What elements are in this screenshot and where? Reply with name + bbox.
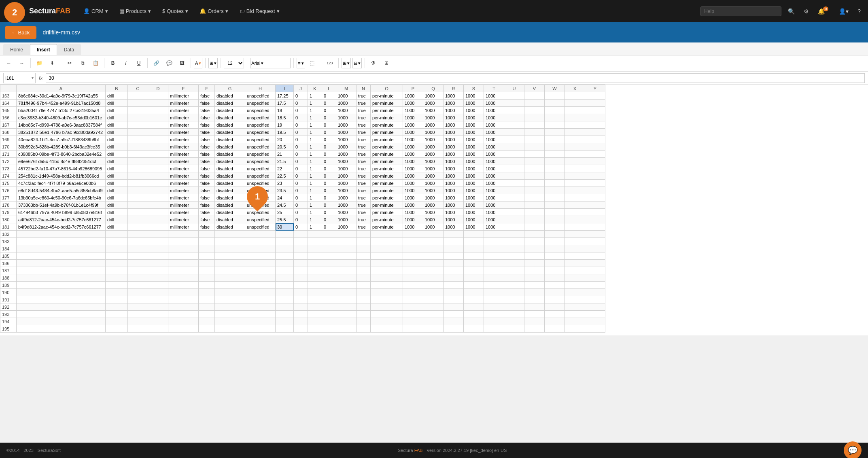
cell-I180[interactable]: 25.5 — [276, 216, 294, 223]
cell-C172[interactable] — [128, 158, 148, 165]
cell-Y186[interactable] — [585, 260, 605, 267]
cell-H172[interactable]: unspecified — [245, 158, 276, 165]
cell-P187[interactable] — [403, 267, 423, 274]
cell-X172[interactable] — [565, 158, 585, 165]
cell-Y170[interactable] — [585, 143, 605, 151]
cell-N171[interactable]: true — [357, 151, 371, 158]
cell-O195[interactable] — [371, 325, 403, 333]
cell-Q180[interactable]: 1000 — [423, 216, 444, 223]
cell-T185[interactable] — [484, 252, 504, 260]
cell-X186[interactable] — [565, 260, 585, 267]
cell-V175[interactable] — [524, 180, 545, 187]
cell-A190[interactable] — [17, 289, 106, 296]
cell-C167[interactable] — [128, 121, 148, 129]
cell-O176[interactable]: per-minute — [371, 187, 403, 194]
cell-O178[interactable]: per-minute — [371, 201, 403, 209]
cell-D189[interactable] — [148, 282, 168, 289]
ribbon-grid-btn[interactable]: ⊞ — [381, 57, 392, 69]
cell-S194[interactable] — [464, 318, 484, 325]
cell-C175[interactable] — [128, 180, 148, 187]
cell-L192[interactable] — [322, 303, 336, 311]
cell-L166[interactable]: 0 — [322, 114, 336, 121]
col-header-E[interactable]: E — [168, 85, 199, 92]
cell-E183[interactable] — [168, 238, 199, 245]
cell-B174[interactable]: drill — [106, 172, 128, 180]
cell-I195[interactable] — [276, 325, 294, 333]
cell-P177[interactable]: 1000 — [403, 194, 423, 201]
font-family-dropdown[interactable]: Arial ▾ — [250, 58, 291, 68]
cell-A168[interactable]: 38251872-58e1-4796-b7ac-9cd80da92742 — [17, 129, 106, 136]
cell-V185[interactable] — [524, 252, 545, 260]
cell-L182[interactable] — [322, 231, 336, 238]
cell-C170[interactable] — [128, 143, 148, 151]
cell-X174[interactable] — [565, 172, 585, 180]
cell-D190[interactable] — [148, 289, 168, 296]
cell-J177[interactable]: 0 — [294, 194, 308, 201]
cell-X192[interactable] — [565, 303, 585, 311]
cell-B178[interactable]: drill — [106, 201, 128, 209]
cell-I192[interactable] — [276, 303, 294, 311]
cell-J184[interactable] — [294, 245, 308, 252]
cell-Q192[interactable] — [423, 303, 444, 311]
cell-H187[interactable] — [245, 267, 276, 274]
cell-S180[interactable]: 1000 — [464, 216, 484, 223]
cell-Y195[interactable] — [585, 325, 605, 333]
cell-O191[interactable] — [371, 296, 403, 303]
cell-Q181[interactable]: 1000 — [423, 223, 444, 231]
cell-A169[interactable]: 40eba824-1bf1-4cc7-a9c7-f1883438b8bf — [17, 136, 106, 143]
cell-N186[interactable] — [357, 260, 371, 267]
cell-T183[interactable] — [484, 238, 504, 245]
cell-D182[interactable] — [148, 231, 168, 238]
cell-Y193[interactable] — [585, 311, 605, 318]
cell-F171[interactable]: false — [199, 151, 215, 158]
cell-P173[interactable]: 1000 — [403, 165, 423, 172]
cell-O167[interactable]: per-minute — [371, 121, 403, 129]
formula-input[interactable] — [46, 73, 865, 83]
cell-P172[interactable]: 1000 — [403, 158, 423, 165]
cell-L183[interactable] — [322, 238, 336, 245]
ribbon-undo-btn[interactable]: ← — [3, 57, 15, 69]
cell-E179[interactable]: millimeter — [168, 209, 199, 216]
cell-F188[interactable] — [199, 274, 215, 282]
cell-M168[interactable]: 1000 — [336, 129, 357, 136]
cell-L184[interactable] — [322, 245, 336, 252]
ribbon-merge-btn[interactable]: ⬚ — [307, 57, 318, 69]
cell-O190[interactable] — [371, 289, 403, 296]
cell-J179[interactable]: 0 — [294, 209, 308, 216]
cell-K181[interactable]: 1 — [308, 223, 322, 231]
cell-A192[interactable] — [17, 303, 106, 311]
col-header-Q[interactable]: Q — [423, 85, 444, 92]
cell-F191[interactable] — [199, 296, 215, 303]
cell-N173[interactable]: true — [357, 165, 371, 172]
cell-B192[interactable] — [106, 303, 128, 311]
cell-Y165[interactable] — [585, 107, 605, 114]
cell-U190[interactable] — [504, 289, 524, 296]
cell-X182[interactable] — [565, 231, 585, 238]
cell-I186[interactable] — [276, 260, 294, 267]
nav-quotes[interactable]: $ Quotes ▾ — [157, 6, 193, 17]
col-header-D[interactable]: D — [148, 85, 168, 92]
cell-H163[interactable]: unspecified — [245, 92, 276, 100]
cell-M193[interactable] — [336, 311, 357, 318]
cell-Y181[interactable] — [585, 223, 605, 231]
cell-F182[interactable] — [199, 231, 215, 238]
cell-B184[interactable] — [106, 245, 128, 252]
cell-W194[interactable] — [545, 318, 565, 325]
cell-D175[interactable] — [148, 180, 168, 187]
cell-G188[interactable] — [215, 274, 245, 282]
cell-Q172[interactable]: 1000 — [423, 158, 444, 165]
cell-F185[interactable] — [199, 252, 215, 260]
cell-T167[interactable]: 1000 — [484, 121, 504, 129]
cell-O193[interactable] — [371, 311, 403, 318]
cell-M183[interactable] — [336, 238, 357, 245]
cell-L187[interactable] — [322, 267, 336, 274]
cell-T169[interactable]: 1000 — [484, 136, 504, 143]
cell-A188[interactable] — [17, 274, 106, 282]
cell-O173[interactable]: per-minute — [371, 165, 403, 172]
cell-J187[interactable] — [294, 267, 308, 274]
cell-I171[interactable]: 21 — [276, 151, 294, 158]
col-header-X[interactable]: X — [565, 85, 585, 92]
ribbon-format-num-btn[interactable]: 123 — [324, 57, 335, 69]
cell-R170[interactable]: 1000 — [444, 143, 464, 151]
cell-E170[interactable]: millimeter — [168, 143, 199, 151]
